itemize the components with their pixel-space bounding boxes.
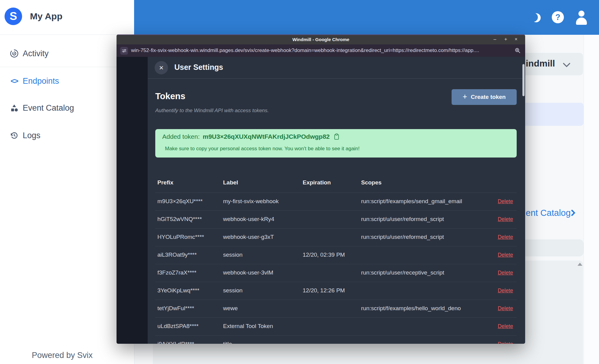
user-avatar-icon[interactable] [575,10,587,24]
delete-link[interactable]: Delete [498,305,513,312]
token-label: External Tool Token [223,323,273,330]
delete-link[interactable]: Delete [498,323,513,330]
powered-by-svix: Powered by Svix [32,351,93,360]
window-minimize-button[interactable]: – [491,37,499,42]
table-body: m9U3×26qXU****my-first-svix-webhookrun:s… [155,193,517,344]
token-label: webhook-user-3vlM [223,269,273,276]
code-brackets-icon: <> [9,76,19,86]
token-scopes: run:script/f/examples/send_gmail_email [361,198,462,205]
token-prefix: m9U3×26qXU**** [157,198,202,205]
token-label: webhook-user-kRy4 [223,216,274,223]
header-scopes: Scopes [361,179,382,186]
create-token-button[interactable]: + Create token [452,89,517,105]
window-maximize-button[interactable]: + [502,37,509,42]
sidebar: S My App Activity <> Endpoints [0,0,134,364]
sidebar-item-logs[interactable]: Logs [0,127,134,144]
token-prefix: 3YeOiKpLwq**** [157,287,199,294]
token-label: session [223,252,242,258]
right-column [584,35,599,364]
token-row: uLdBztSPA8****External Tool TokenDelete [155,317,517,335]
added-token-value: m9U3×26qXUXqNWtFAKrdjJCkPOdwgp82 [203,133,330,140]
token-label: title [223,341,232,344]
sidebar-item-label: Activity [23,49,49,58]
tokens-heading: Tokens [155,91,185,101]
activity-icon [9,48,19,59]
token-prefix: hGiT52wVNQ**** [157,216,202,223]
delete-link[interactable]: Delete [498,198,513,205]
delete-link[interactable]: Delete [498,216,513,223]
window-close-button[interactable]: × [512,37,520,42]
sidebar-divider [0,34,134,35]
screen: S My App Activity <> Endpoints [0,0,599,364]
history-clock-icon [9,130,19,141]
token-row: tetYjDwFul****wewerun:script/f/examples/… [155,300,517,317]
chevron-down-icon [563,60,570,67]
avatar-head [578,11,584,17]
modal-title: User Settings [174,63,223,72]
delete-link[interactable]: Delete [498,252,513,258]
token-row: m9U3×26qXU****my-first-svix-webhookrun:s… [155,193,517,210]
svix-logo-icon: S [5,8,22,25]
header-label: Label [223,179,238,186]
token-prefix: aiL3ROat9y**** [157,252,197,258]
token-row: i9AiXYLdR****titleDelete [155,335,517,344]
sidebar-item-endpoints[interactable]: <> Endpoints [0,73,134,89]
window-titlebar[interactable]: Windmill - Google Chrome – + × [117,34,525,44]
tokens-table: Prefix Label Expiration Scopes m9U3×26qX… [155,173,517,344]
address-url[interactable]: win-752-fix-svix-webhook-win.windmill.pa… [131,47,509,54]
user-settings-modal: ✕ User Settings Tokens Authentify to the… [148,57,525,344]
token-label: wewe [223,305,238,312]
delete-link[interactable]: Delete [498,288,513,294]
delete-link[interactable]: Delete [498,270,513,276]
token-warning-note: Make sure to copy your personal access t… [165,146,360,152]
token-expiration: 12/20, 02:39 PM [303,252,345,258]
token-label: session [223,287,242,294]
avatar-body [576,18,587,25]
help-icon[interactable]: ? [552,11,564,23]
token-row: hGiT52wVNQ****webhook-user-kRy4run:scrip… [155,210,517,228]
token-label: my-first-svix-webhook [223,198,279,205]
scrollbar-thumb[interactable] [522,64,525,96]
delete-link[interactable]: Delete [498,234,513,240]
token-scopes: run:script/u/user/reformed_script [361,216,444,223]
tokens-subtitle: Authentify to the Windmill API with acce… [155,108,269,114]
close-icon[interactable]: ✕ [155,61,168,74]
app-brand: S My App [5,8,62,25]
token-prefix: tetYjDwFul**** [157,305,194,312]
table-header-row: Prefix Label Expiration Scopes [155,173,517,193]
token-prefix: HYOLuPRomc**** [157,234,204,240]
sidebar-item-event-catalog[interactable]: Event Catalog [0,100,134,116]
window-title: Windmill - Google Chrome [117,37,525,42]
magnifier-icon[interactable] [514,47,521,55]
header-expiration: Expiration [303,179,331,186]
modal-header: ✕ User Settings [148,57,525,79]
added-token-prefix: Added token: [162,133,200,140]
browser-content: ✕ User Settings Tokens Authentify to the… [117,57,525,344]
scroll-up-arrow-icon[interactable] [578,263,582,266]
url-bar[interactable]: win-752-fix-svix-webhook-win.windmill.pa… [117,44,525,57]
create-token-label: Create token [471,94,506,100]
token-scopes: run:script/u/user/reformed_script [361,234,444,240]
copy-clipboard-icon[interactable] [334,133,339,140]
token-expiration: 12/20, 12:26 PM [303,287,345,294]
event-catalog-link[interactable]: ent Catalog [526,208,571,218]
sidebar-item-activity[interactable]: Activity [0,45,134,62]
plus-icon: + [462,92,467,101]
token-row: HYOLuPRomc****webhook-user-g3xTrun:scrip… [155,228,517,246]
token-scopes: run:script/u/user/receptive_script [361,269,444,276]
site-settings-icon[interactable] [120,47,128,55]
header-prefix: Prefix [157,179,173,186]
token-prefix: uLdBztSPA8**** [157,323,199,330]
token-row: aiL3ROat9y****session12/20, 02:39 PMDele… [155,246,517,264]
chrome-window: Windmill - Google Chrome – + × win-752-f… [117,34,525,344]
added-token-banner: Added token: m9U3×26qXUXqNWtFAKrdjJCkPOd… [155,129,517,158]
sidebar-item-label: Endpoints [23,76,59,86]
token-row: f3FzoZ7raX****webhook-user-3vlMrun:scrip… [155,264,517,282]
token-label: webhook-user-g3xT [223,234,274,240]
app-title: My App [30,11,62,21]
delete-link[interactable]: Delete [498,341,513,344]
token-prefix: f3FzoZ7raX**** [157,269,196,276]
shapes-icon [9,103,19,113]
token-prefix: i9AiXYLdR**** [157,341,194,344]
token-scopes: run:script/f/examples/hello_world_deno [361,305,461,312]
